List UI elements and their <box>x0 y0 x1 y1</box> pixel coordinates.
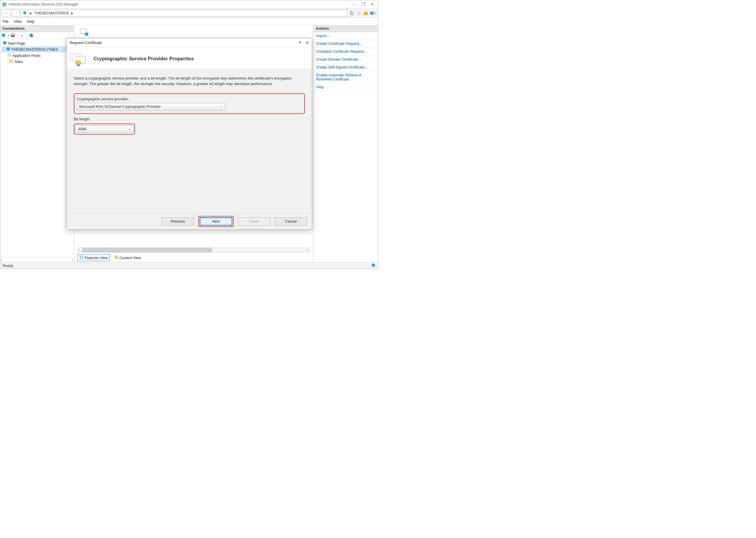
certificates-icon <box>80 28 89 37</box>
remove-connection-icon[interactable] <box>29 33 34 38</box>
app-pools-icon <box>7 53 11 58</box>
home-icon[interactable] <box>362 10 369 16</box>
chevron-down-icon: ⌄ <box>220 105 223 108</box>
start-page-icon <box>3 41 7 46</box>
menubar: File View Help <box>0 18 378 26</box>
action-help[interactable]: Help <box>313 83 378 91</box>
svg-text:?: ? <box>371 12 373 15</box>
content-view-icon <box>114 255 118 260</box>
server-certificates-header <box>80 28 89 37</box>
connect-icon[interactable] <box>1 33 6 38</box>
forward-button[interactable]: → <box>11 10 20 17</box>
navigation-bar: ← → ▶ THESECMASTERIIS ▶ ?▾ <box>0 9 378 18</box>
tree-expander[interactable]: › <box>7 60 8 63</box>
content-bottom: ‹ › Features View Content View <box>77 246 310 262</box>
connections-tree: Start Page ⌄ THESECMASTERIIS (THES Appli… <box>0 39 74 66</box>
breadcrumb-separator: ▶ <box>30 12 32 15</box>
features-view-toggle[interactable]: Features View <box>77 254 110 261</box>
tree-app-pools[interactable]: Application Pools <box>1 52 73 59</box>
titlebar: Internet Information Services (IIS) Mana… <box>0 0 378 9</box>
close-button[interactable]: ✕ <box>370 2 374 7</box>
bit-length-value: 4096 <box>78 127 86 131</box>
bit-length-select[interactable]: 4096 ⌄ <box>76 125 133 133</box>
action-create-self-signed-cert[interactable]: Create Self-Signed Certificate... <box>313 64 378 72</box>
svg-point-11 <box>6 47 10 51</box>
finish-button: Finish <box>238 217 270 226</box>
menu-view[interactable]: View <box>14 20 22 24</box>
connections-panel: Connections ▾ | ▲ | Start Page ⌄ THESECM… <box>0 26 74 262</box>
content-view-toggle[interactable]: Content View <box>112 254 143 261</box>
cancel-button[interactable]: Cancel <box>275 217 307 226</box>
minimize-button[interactable]: — <box>352 2 356 7</box>
tree-server[interactable]: ⌄ THESECMASTERIIS (THES <box>1 46 73 52</box>
dialog-close-button[interactable]: ✕ <box>306 40 309 45</box>
back-button[interactable]: ← <box>2 10 10 17</box>
breadcrumb[interactable]: ▶ THESECMASTERIIS ▶ <box>21 10 348 17</box>
dialog-help-button[interactable]: ? <box>299 40 301 45</box>
bit-length-highlight: 4096 ⌄ <box>74 124 135 134</box>
svg-rect-20 <box>81 258 83 259</box>
breadcrumb-separator: ▶ <box>71 12 74 15</box>
features-view-icon <box>79 255 83 260</box>
actions-panel: Actions Import... Create Certificate Req… <box>313 26 378 262</box>
action-enable-auto-rebind[interactable]: Enable Automatic Rebind of Renewed Certi… <box>313 72 378 83</box>
svg-rect-22 <box>115 257 118 258</box>
next-button-highlight: Next <box>198 216 234 227</box>
connect-dropdown[interactable]: ▾ <box>8 34 9 37</box>
svg-point-24 <box>372 263 375 267</box>
maximize-button[interactable]: ❐ <box>361 2 365 7</box>
csp-select-value: Microsoft RSA SChannel Cryptographic Pro… <box>79 104 161 109</box>
server-icon <box>23 11 27 16</box>
save-icon[interactable] <box>11 33 16 38</box>
tree-start-page[interactable]: Start Page <box>1 40 73 46</box>
svg-point-10 <box>3 41 6 45</box>
connections-toolbar: ▾ | ▲ | <box>0 32 74 39</box>
dialog-description: Select a cryptographic service provider … <box>74 76 305 87</box>
window-title: Internet Information Services (IIS) Mana… <box>9 2 79 6</box>
action-complete-cert-request[interactable]: Complete Certificate Request... <box>313 48 378 56</box>
dialog-titlebar: Request Certificate ? ✕ <box>67 38 312 47</box>
bit-length-label: Bit length: <box>74 117 305 121</box>
wizard-cert-icon <box>70 52 88 66</box>
status-text: Ready <box>3 264 13 268</box>
menu-help[interactable]: Help <box>27 20 34 24</box>
content-hscrollbar[interactable]: ‹ › <box>77 247 310 253</box>
refresh-icon[interactable] <box>349 10 355 16</box>
action-create-cert-request[interactable]: Create Certificate Request... <box>313 40 378 48</box>
dialog-title-text: Request Certificate <box>70 40 102 45</box>
iis-app-icon <box>2 2 7 7</box>
tree-hscroll[interactable]: ‹› <box>0 257 74 262</box>
svg-point-1 <box>23 11 27 15</box>
svg-rect-23 <box>115 258 118 259</box>
svg-point-28 <box>76 61 81 65</box>
next-button[interactable]: Next <box>200 217 232 226</box>
server-node-icon <box>6 47 10 52</box>
svg-rect-21 <box>115 256 118 256</box>
tree-sites[interactable]: › Sites <box>1 59 73 65</box>
menu-file[interactable]: File <box>3 20 9 24</box>
actions-header: Actions <box>313 26 378 32</box>
connections-header: Connections <box>0 26 74 32</box>
action-import[interactable]: Import... <box>313 32 378 40</box>
svg-rect-19 <box>80 258 81 259</box>
csp-select[interactable]: Microsoft RSA SChannel Cryptographic Pro… <box>77 103 225 110</box>
dialog-heading: Cryptographic Service Provider Propertie… <box>93 56 194 62</box>
svg-rect-14 <box>10 60 11 61</box>
svg-rect-17 <box>80 256 81 257</box>
svg-rect-2 <box>357 12 360 15</box>
breadcrumb-server: THESECMASTERIIS <box>34 11 69 15</box>
up-icon: ▲ <box>20 33 25 38</box>
svg-rect-18 <box>81 256 83 257</box>
svg-point-5 <box>2 33 5 37</box>
help-dropdown-icon[interactable]: ?▾ <box>369 10 376 16</box>
csp-section-highlight: Cryptographic service provider: Microsof… <box>74 93 305 114</box>
request-certificate-dialog: Request Certificate ? ✕ Cryptographic Se… <box>67 38 312 230</box>
action-create-domain-cert[interactable]: Create Domain Certificate... <box>313 56 378 64</box>
previous-button[interactable]: Previous <box>161 217 194 226</box>
statusbar: Ready <box>0 262 378 269</box>
svg-rect-12 <box>8 54 11 56</box>
status-config-icon <box>371 263 375 268</box>
chevron-down-icon: ⌄ <box>128 127 131 131</box>
stop-icon <box>355 10 362 16</box>
tree-expander[interactable]: ⌄ <box>3 48 5 51</box>
